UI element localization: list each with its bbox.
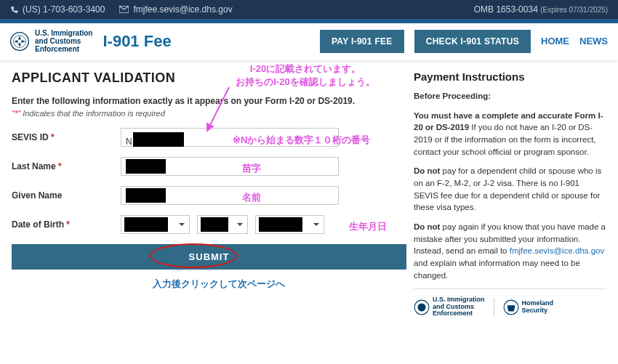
sidebar-p3: Do not pay again if you know that you ha…	[414, 221, 606, 281]
mail-icon	[119, 6, 129, 13]
agency-seal-icon	[10, 32, 29, 51]
sidebar-heading: Payment Instructions	[414, 70, 606, 83]
phone-text: (US) 1-703-603-3400	[23, 4, 105, 15]
dob-month-select[interactable]	[121, 215, 190, 234]
dhs-seal-icon	[503, 299, 519, 315]
email-text: fmjfee.sevis@ice.dhs.gov	[133, 4, 232, 15]
submit-button[interactable]: SUBMIT	[12, 244, 406, 270]
omb-info: OMB 1653-0034 (Expires 07/31/2025)	[474, 4, 608, 15]
agency-footer: U.S. Immigrationand CustomsEnforcement H…	[414, 288, 606, 317]
sidebar-email-link[interactable]: fmjfee.sevis@ice.dhs.gov	[510, 246, 605, 255]
svg-point-3	[418, 303, 426, 311]
phone-item: (US) 1-703-603-3400	[10, 4, 105, 15]
phone-icon	[10, 6, 18, 14]
sevis-row: SEVIS ID * N	[12, 128, 406, 147]
givenname-label: Given Name	[12, 190, 121, 201]
lastname-label: Last Name *	[12, 161, 121, 171]
givenname-row: Given Name	[12, 186, 406, 205]
nav: PAY I-901 FEE CHECK I-901 STATUS HOME NE…	[320, 30, 608, 53]
form-heading: APPLICANT VALIDATION	[12, 70, 406, 86]
sevis-label: SEVIS ID *	[12, 132, 121, 142]
form-column: APPLICANT VALIDATION Enter the following…	[12, 70, 406, 318]
pay-fee-button[interactable]: PAY I-901 FEE	[320, 30, 404, 53]
email-item[interactable]: fmjfee.sevis@ice.dhs.gov	[119, 4, 232, 15]
dob-row: Date of Birth *	[12, 215, 406, 234]
dob-year-select[interactable]	[255, 215, 324, 234]
header: U.S. Immigration and Customs Enforcement…	[0, 19, 618, 60]
dob-label: Date of Birth *	[12, 219, 121, 230]
form-instruction: Enter the following information exactly …	[12, 96, 406, 106]
check-status-button[interactable]: CHECK I-901 STATUS	[414, 30, 531, 53]
nav-news[interactable]: NEWS	[579, 36, 608, 46]
sidebar-p1: You must have a complete and accurate Fo…	[414, 110, 606, 158]
sevis-prefix: N	[126, 137, 132, 147]
givenname-input[interactable]	[121, 186, 339, 205]
before-proceeding: Before Proceeding:	[414, 90, 606, 102]
nav-home[interactable]: HOME	[541, 36, 569, 46]
lastname-row: Last Name *	[12, 157, 406, 176]
page-title: I-901 Fee	[103, 32, 171, 51]
submit-wrap: SUBMIT	[12, 244, 406, 270]
required-note: "*" Indicates that the information is re…	[12, 109, 406, 118]
dob-day-select[interactable]	[197, 215, 248, 234]
ice-seal-icon	[414, 299, 430, 315]
sevis-input[interactable]: N	[121, 128, 339, 147]
sidebar-p2: Do not pay for a dependent child or spou…	[414, 165, 606, 214]
sidebar: Payment Instructions Before Proceeding: …	[414, 70, 606, 318]
lastname-input[interactable]	[121, 157, 339, 176]
brand-text: U.S. Immigration and Customs Enforcement	[35, 29, 92, 53]
topbar: (US) 1-703-603-3400 fmjfee.sevis@ice.dhs…	[0, 0, 618, 19]
